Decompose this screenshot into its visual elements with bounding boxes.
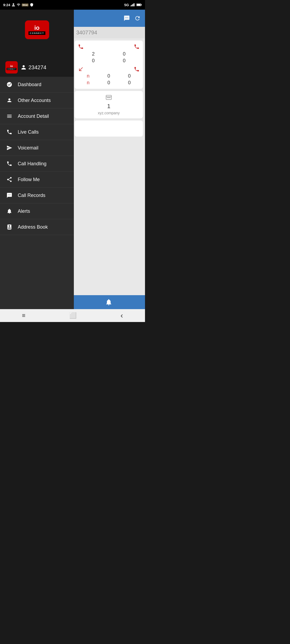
nav-list: Dashboard Other Accounts Account Detail — [0, 77, 74, 309]
svg-point-11 — [8, 98, 10, 100]
person-badge-icon — [12, 3, 15, 7]
wear-badge: Wear — [22, 3, 28, 6]
svg-rect-10 — [107, 97, 111, 98]
user-logo-small: io CONNECT — [5, 61, 18, 74]
bg-stats-card-1: 2 0 0 0 n 0 0 n 0 — [75, 41, 143, 89]
follow-me-icon — [6, 177, 12, 182]
list-icon — [6, 113, 12, 119]
sidebar-item-call-handling[interactable]: Call Handling — [0, 156, 74, 172]
sidebar-item-live-calls[interactable]: Live Calls — [0, 124, 74, 140]
logo-text: io — [34, 25, 40, 31]
sidebar-item-address-book[interactable]: Address Book — [0, 219, 74, 235]
call-handling-icon — [6, 161, 12, 167]
nav-home-button[interactable]: ⬜ — [65, 310, 81, 321]
logo-sub: CONNECT — [28, 31, 46, 35]
incoming-call-icon — [78, 44, 84, 50]
address-book-icon — [6, 224, 12, 230]
sidebar-item-label-voicemail: Voicemail — [18, 145, 38, 151]
bg-header — [73, 10, 145, 27]
sidebar-item-label-live-calls: Live Calls — [18, 129, 39, 135]
call-icon-2 — [134, 66, 140, 72]
dashboard-icon — [6, 82, 12, 87]
signal-label: 5G — [124, 3, 129, 7]
svg-rect-4 — [134, 3, 135, 6]
app-logo: io CONNECT — [25, 20, 49, 39]
svg-rect-6 — [141, 4, 142, 5]
person-icon — [6, 97, 12, 103]
user-person-icon — [21, 65, 26, 70]
bg-footer-bar — [73, 295, 145, 309]
sidebar-item-label-other-accounts: Other Accounts — [18, 98, 51, 103]
voicemail-box-icon — [106, 94, 112, 101]
alerts-icon — [6, 208, 12, 214]
time: 9:24 — [3, 3, 10, 7]
sidebar-item-label-alerts: Alerts — [18, 208, 30, 214]
refresh-icon[interactable] — [134, 15, 141, 21]
call-records-icon — [6, 192, 12, 198]
drawer-header: io CONNECT — [0, 10, 74, 58]
shield-icon — [30, 3, 34, 7]
nav-menu-button[interactable]: ≡ — [18, 310, 30, 321]
live-calls-icon — [6, 129, 12, 135]
sidebar-item-dashboard[interactable]: Dashboard — [0, 77, 74, 93]
user-number: 234274 — [28, 64, 46, 71]
bg-content: 3407794 2 0 0 0 — [73, 10, 145, 309]
sidebar-item-label-call-records: Call Records — [18, 193, 45, 198]
sidebar-item-label-address-book: Address Book — [18, 224, 48, 230]
user-info: io CONNECT 234274 — [0, 58, 74, 77]
svg-rect-3 — [133, 3, 134, 6]
chat-icon — [124, 15, 130, 21]
bottom-nav: ≡ ⬜ ‹ — [0, 309, 145, 322]
sidebar-item-follow-me[interactable]: Follow Me — [0, 172, 74, 188]
nav-drawer: io CONNECT io CONNECT 234274 — [0, 10, 74, 309]
nav-back-button[interactable]: ‹ — [116, 309, 127, 322]
sidebar-item-account-detail[interactable]: Account Detail — [0, 108, 74, 124]
sidebar-item-other-accounts[interactable]: Other Accounts — [0, 93, 74, 108]
svg-rect-7 — [137, 4, 140, 6]
voicemail-icon — [6, 145, 12, 151]
missed-call-icon — [78, 66, 84, 72]
sidebar-item-alerts[interactable]: Alerts — [0, 203, 74, 219]
sidebar-item-label-call-handling: Call Handling — [18, 161, 46, 167]
user-account: 234274 — [21, 64, 46, 71]
status-bar: 9:24 Wear 5G — [0, 0, 145, 10]
user-logo-sub: CONNECT — [7, 68, 16, 70]
user-logo-text: io — [10, 65, 13, 68]
outgoing-call-icon — [134, 44, 140, 50]
bg-number: 3407794 — [73, 27, 145, 38]
sidebar-item-voicemail[interactable]: Voicemail — [0, 140, 74, 156]
bg-empty-card — [75, 120, 143, 137]
status-right: 5G — [124, 3, 142, 7]
svg-rect-1 — [131, 5, 132, 6]
footer-bell-icon — [105, 298, 113, 306]
svg-rect-0 — [130, 5, 131, 6]
sidebar-item-call-records[interactable]: Call Records — [0, 188, 74, 203]
bg-voicemail-card: 1 xyz.company — [75, 91, 143, 118]
sidebar-item-label-account-detail: Account Detail — [18, 114, 49, 119]
svg-rect-2 — [132, 4, 133, 6]
status-left: 9:24 Wear — [3, 3, 34, 7]
signal-icon — [130, 3, 135, 7]
sidebar-item-label-dashboard: Dashboard — [18, 82, 41, 87]
wifi-icon — [17, 3, 20, 7]
battery-icon — [136, 3, 142, 6]
main-container: 3407794 2 0 0 0 — [0, 10, 145, 309]
sidebar-item-label-follow-me: Follow Me — [18, 177, 40, 182]
